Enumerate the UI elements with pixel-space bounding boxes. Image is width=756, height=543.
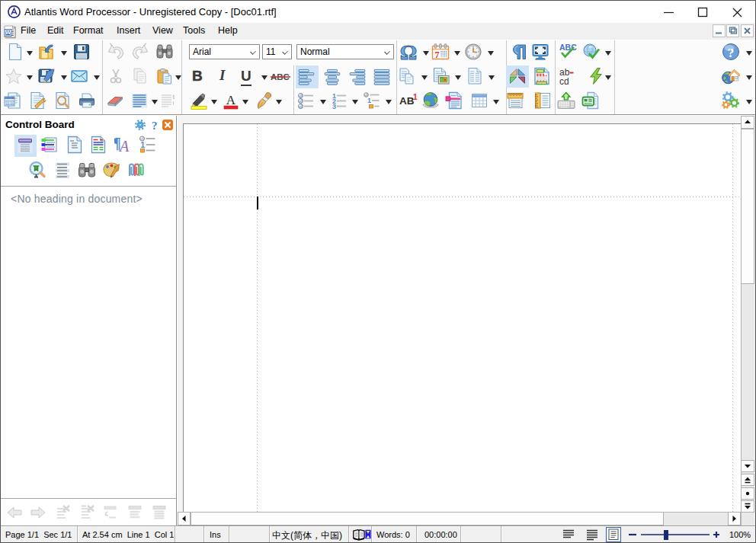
svg-text:?: ? xyxy=(152,120,158,131)
svg-text:W: W xyxy=(5,29,11,36)
